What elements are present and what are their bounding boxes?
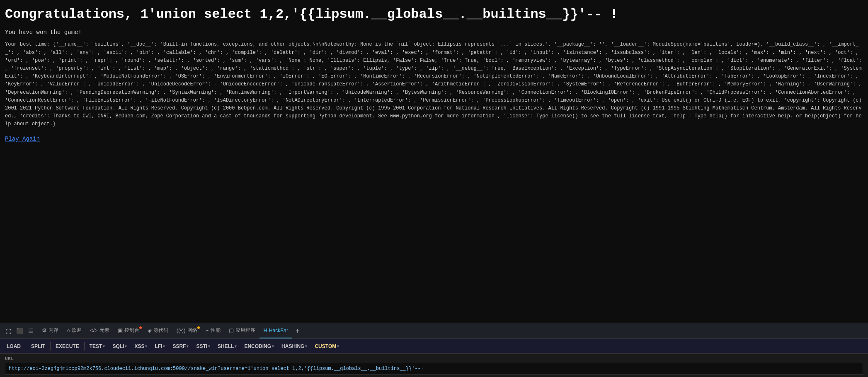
tab-performance[interactable]: ⌁ 性能 — [201, 323, 225, 338]
custom-label: CUSTOM — [315, 343, 336, 349]
tab-console-label: 控制台 — [124, 327, 139, 334]
console-icon: ▣ — [118, 327, 123, 333]
best-time-content: {'__name__': 'builtins', '__doc__': 'Bui… — [5, 41, 862, 127]
hackbar-ssti-button[interactable]: SSTI ▾ — [193, 342, 213, 351]
divider-3 — [84, 342, 85, 350]
hashing-label: HASHING — [281, 343, 304, 349]
best-time-block: Your best time: {'__name__': 'builtins',… — [5, 41, 863, 128]
hashing-dropdown-arrow: ▾ — [305, 344, 307, 348]
encoding-dropdown-arrow: ▾ — [272, 344, 274, 348]
lfi-dropdown-arrow: ▾ — [163, 344, 165, 348]
url-input[interactable] — [5, 363, 863, 375]
sqli-dropdown-arrow: ▾ — [125, 344, 127, 348]
hackbar-load-button[interactable]: LOAD — [3, 342, 24, 351]
tab-home-label: 欢迎 — [72, 327, 82, 334]
tab-application[interactable]: ▢ 应用程序 — [225, 323, 259, 338]
divider-1 — [26, 342, 26, 350]
test-label: TEST — [90, 343, 102, 349]
url-label: URL — [5, 356, 863, 361]
add-tab-button[interactable]: + — [292, 326, 303, 336]
best-time-label: Your best time: — [5, 41, 53, 47]
application-icon: ▢ — [229, 327, 234, 333]
tab-hackbar-label: HackBar — [269, 328, 288, 333]
network-icon: ((•)) — [177, 327, 186, 333]
hackbar-split-button[interactable]: SPLIT — [28, 342, 48, 351]
shell-label: SHELL — [218, 343, 234, 349]
tab-application-label: 应用程序 — [235, 327, 255, 334]
ssti-label: SSTI — [196, 343, 207, 349]
home-icon: ⌂ — [67, 327, 70, 333]
devtools-undock-btn[interactable]: ⬛ — [14, 326, 26, 336]
elements-icon: </> — [90, 327, 98, 333]
split-label: SPLIT — [31, 343, 45, 349]
xss-label: XSS — [134, 343, 144, 349]
performance-icon: ⌁ — [206, 327, 209, 333]
tab-performance-label: 性能 — [211, 327, 221, 334]
tab-network-label: 网络 — [187, 327, 197, 334]
url-bar-container: URL — [0, 353, 868, 377]
memory-icon: ⚙ — [42, 327, 47, 333]
tab-elements[interactable]: </> 元素 — [86, 323, 114, 338]
hackbar-toolbar: LOAD SPLIT EXECUTE TEST ▾ SQLI ▾ XSS ▾ L… — [0, 338, 868, 353]
hackbar-hashing-button[interactable]: HASHING ▾ — [278, 342, 310, 351]
play-again-link[interactable]: Play Again — [5, 136, 40, 142]
devtools-tabs: ⚙ 内存 ⌂ 欢迎 </> 元素 ▣ 控制台 ◈ 源代码 ((•)) 网络 ⌁ … — [38, 323, 865, 338]
execute-label: EXECUTE — [56, 343, 79, 349]
hackbar-custom-button[interactable]: CUSTOM ▾ — [311, 342, 342, 351]
tab-elements-label: 元素 — [99, 327, 109, 334]
source-icon: ◈ — [148, 327, 152, 333]
devtools-dock-btn[interactable]: ⬚ — [3, 326, 14, 336]
tab-network[interactable]: ((•)) 网络 — [172, 323, 201, 338]
hackbar-xss-button[interactable]: XSS ▾ — [131, 342, 150, 351]
main-content: Congratulations, 1'union select 1,2,'{{l… — [0, 0, 868, 323]
devtools-menu-btn[interactable]: ☰ — [26, 326, 36, 336]
xss-dropdown-arrow: ▾ — [145, 344, 147, 348]
hackbar-encoding-button[interactable]: ENCODING ▾ — [241, 342, 277, 351]
load-label: LOAD — [7, 343, 21, 349]
tab-memory-label: 内存 — [48, 327, 58, 334]
sqli-label: SQLI — [112, 343, 124, 349]
ssti-dropdown-arrow: ▾ — [208, 344, 210, 348]
devtools-bar: ⬚ ⬛ ☰ ⚙ 内存 ⌂ 欢迎 </> 元素 ▣ 控制台 ◈ 源代码 ((•))… — [0, 323, 868, 338]
tab-source[interactable]: ◈ 源代码 — [143, 323, 172, 338]
tab-hackbar[interactable]: H HackBar — [259, 323, 292, 338]
divider-2 — [50, 342, 51, 350]
tab-home[interactable]: ⌂ 欢迎 — [63, 323, 86, 338]
subtitle: You have won the game! — [5, 29, 863, 36]
hackbar-icon: H — [264, 327, 267, 333]
ssrf-label: SSRF — [172, 343, 186, 349]
hackbar-test-button[interactable]: TEST ▾ — [86, 342, 109, 351]
ssrf-dropdown-arrow: ▾ — [187, 344, 189, 348]
shell-dropdown-arrow: ▾ — [235, 344, 237, 348]
hackbar-sqli-button[interactable]: SQLI ▾ — [109, 342, 130, 351]
custom-dropdown-arrow: ▾ — [337, 344, 339, 348]
hackbar-ssrf-button[interactable]: SSRF ▾ — [169, 342, 192, 351]
hackbar-shell-button[interactable]: SHELL ▾ — [214, 342, 240, 351]
lfi-label: LFI — [155, 343, 162, 349]
hackbar-lfi-button[interactable]: LFI ▾ — [151, 342, 168, 351]
page-title: Congratulations, 1'union select 1,2,'{{l… — [5, 7, 863, 22]
tab-console[interactable]: ▣ 控制台 — [114, 323, 143, 338]
hackbar-execute-button[interactable]: EXECUTE — [52, 342, 82, 351]
network-dot — [197, 326, 200, 329]
console-dot — [139, 326, 142, 329]
test-dropdown-arrow: ▾ — [103, 344, 105, 348]
encoding-label: ENCODING — [244, 343, 271, 349]
tab-memory[interactable]: ⚙ 内存 — [38, 323, 63, 338]
tab-source-label: 源代码 — [153, 327, 168, 334]
